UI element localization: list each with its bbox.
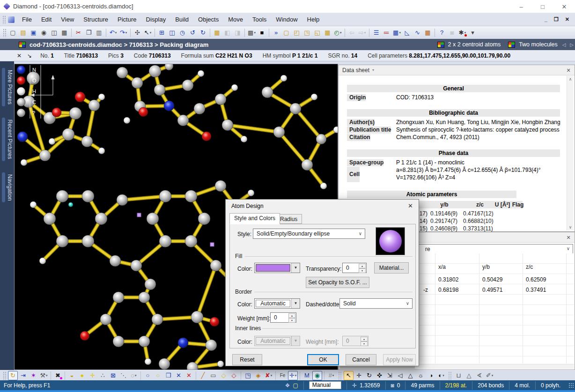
zoom-tool-icon[interactable]: ⇲	[385, 371, 395, 380]
style-select[interactable]: Solid/Empty/Boundary ellipse ∨	[253, 229, 365, 239]
material-button[interactable]: Material...	[374, 262, 409, 274]
menu-structure[interactable]: Structure	[79, 14, 113, 25]
data-table-icon[interactable]: ▦▾	[392, 28, 402, 37]
polyhedra-yellow-icon[interactable]: ◇	[219, 371, 229, 380]
menu-move[interactable]: Move	[223, 14, 248, 25]
dialog-title-bar[interactable]: Atom Design ✕	[226, 200, 419, 213]
picture-history-icon[interactable]: ◴▾	[333, 28, 343, 37]
atom-design-icon[interactable]: ◒	[67, 371, 77, 380]
connectivity-icon[interactable]: ⋱	[118, 371, 128, 380]
powder-pattern-icon[interactable]: ∿	[413, 28, 422, 37]
picture-nav-arrows[interactable]: ◁ ▷	[562, 42, 575, 47]
save-icon[interactable]: ▣	[29, 28, 38, 37]
col-header-xa[interactable]: x/a	[438, 264, 446, 270]
picture-update-icon[interactable]: ↻	[8, 371, 18, 380]
print-preview-icon[interactable]: ◫	[49, 28, 59, 37]
edit-cell-frame-icon[interactable]: ▭	[208, 371, 218, 380]
col-header-yb[interactable]: y/b	[482, 264, 490, 270]
properties-table-icon[interactable]: ▦	[423, 28, 433, 37]
paste-icon[interactable]: ▥	[94, 28, 104, 37]
spin-z-tool-icon[interactable]: ◐▾	[436, 371, 446, 380]
toolbar-grip[interactable]	[3, 29, 6, 37]
dashed-dotted-select[interactable]: Solid ∨	[339, 298, 413, 309]
complete-fragments-icon[interactable]: ∴	[98, 371, 108, 380]
fill-cell-icon[interactable]: ⊠	[108, 371, 118, 380]
spin-up-icon[interactable]: ▲	[288, 313, 295, 318]
mode-indicator[interactable]: Manual	[309, 381, 341, 389]
dropdown-arrow-icon[interactable]: ▼	[291, 263, 300, 273]
move-tool-icon[interactable]: ✛	[354, 371, 364, 380]
reset-button[interactable]: Reset	[232, 354, 262, 365]
menu-picture[interactable]: Picture	[113, 14, 141, 25]
data-brief-icon[interactable]: ≔	[382, 28, 391, 37]
measure-m-icon[interactable]: M	[302, 371, 312, 380]
data-sheet-header[interactable]: Data sheet ▾ ✕	[339, 65, 575, 75]
diamond-update-icon[interactable]: ❖	[285, 382, 290, 389]
close-button[interactable]: ✕	[553, 0, 575, 13]
data-sheet-icon[interactable]: ☰	[371, 28, 381, 37]
picture-gallery-icon[interactable]: ▦	[323, 28, 332, 37]
menu-objects[interactable]: Objects	[193, 14, 223, 25]
spin-tool-icon[interactable]: ☼	[416, 371, 426, 380]
border-color-picker[interactable]: Automatic ▼	[254, 298, 300, 309]
view-navigation-icon[interactable]: ⊞	[157, 28, 167, 37]
pack-cell-icon[interactable]: ❒	[163, 371, 173, 380]
breadcrumb[interactable]: cod-7106313-centroids.diamdoc > 7106313 …	[29, 41, 208, 48]
picture-copy-icon[interactable]: ◰	[292, 28, 302, 37]
new-document-icon[interactable]: ▢	[8, 28, 18, 37]
picture-apply-icon[interactable]: ⇥	[18, 371, 28, 380]
menu-view[interactable]: View	[56, 14, 79, 25]
close-record-icon[interactable]: ✕	[17, 52, 22, 59]
grid-overlay-icon[interactable]: #▾	[326, 371, 336, 380]
view-history-icon[interactable]: ◷	[177, 28, 187, 37]
polyhedra-red-icon[interactable]: ◇	[229, 371, 239, 380]
view-data-icon[interactable]: ◫	[167, 28, 177, 37]
mdi-restore-button[interactable]: ❐	[554, 16, 559, 22]
undo-icon[interactable]: ↶▾	[108, 28, 118, 37]
vertical-scrollbar[interactable]: ∧ ∨	[567, 76, 574, 230]
measure-angles-icon[interactable]: △	[464, 371, 474, 380]
col-header-zc[interactable]: z/c	[471, 201, 489, 208]
col-header-zc[interactable]: z/c	[526, 264, 533, 270]
sidebar-tab-more-pictures[interactable]: More Pictures	[2, 67, 14, 107]
grow-ring-yellow-icon[interactable]: ○	[153, 371, 163, 380]
title-bar[interactable]: Diamond - [cod-7106313-centroids.diamdoc…	[0, 0, 575, 13]
rock-x-tool-icon[interactable]: ◁	[395, 371, 405, 380]
open-folder-icon[interactable]: ▤	[18, 28, 28, 37]
rotate-tool-icon[interactable]: ↻	[364, 371, 374, 380]
view-refresh-icon[interactable]: ↻	[198, 28, 208, 37]
set-opacity-sof-button[interactable]: Set Opacity to S.O.F. ...	[306, 277, 369, 288]
close-icon[interactable]: ✕	[565, 234, 572, 241]
select-tool-icon[interactable]: ↖	[344, 371, 354, 380]
menu-file[interactable]: File	[17, 14, 37, 25]
menu-display[interactable]: Display	[141, 14, 171, 25]
measure-torsions-icon[interactable]: ∢	[474, 371, 484, 380]
destroy-adjustments-icon[interactable]: ✖	[53, 371, 63, 380]
sidebar-tab-navigation[interactable]: Navigation	[2, 171, 14, 204]
picture-new-icon[interactable]: ▢	[281, 28, 291, 37]
menu-build[interactable]: Build	[170, 14, 193, 25]
remove-fragments-red-icon[interactable]: ✕	[184, 371, 194, 380]
toolbar-grip[interactable]	[338, 371, 342, 380]
mdi-close-button[interactable]: ✕	[565, 16, 569, 22]
toolbar-grip[interactable]	[2, 15, 6, 24]
cancel-button[interactable]: Cancel	[346, 354, 376, 365]
view-along-cell-icon[interactable]: ◳	[243, 371, 253, 380]
picture-paste-icon[interactable]: ◱	[312, 28, 322, 37]
render-globe-icon[interactable]: ◉	[312, 371, 322, 380]
picture-tab[interactable]: 2 x 2 centroid atoms	[437, 41, 501, 48]
rock-y-tool-icon[interactable]: △	[405, 371, 415, 380]
copy-icon[interactable]: ❐	[84, 28, 94, 37]
measure-planes-icon[interactable]: ✐▾	[485, 371, 494, 380]
menu-window[interactable]: Window	[271, 14, 302, 25]
redo-icon[interactable]: ↷▾	[118, 28, 128, 37]
new-picture-icon[interactable]: ▢	[293, 382, 298, 389]
menu-edit[interactable]: Edit	[37, 14, 56, 25]
transparency-spinner[interactable]: 0 ▲▼	[342, 263, 367, 273]
coordination-sphere-icon[interactable]: ◌▾	[129, 371, 139, 380]
spin-y-tool-icon[interactable]: ◑	[426, 371, 436, 380]
resize-grip[interactable]	[568, 383, 574, 388]
col-header-flag[interactable]: Flag	[510, 201, 526, 208]
scroll-down-icon[interactable]: ∨	[567, 225, 574, 229]
distances-chart-icon[interactable]: ◺	[402, 28, 412, 37]
